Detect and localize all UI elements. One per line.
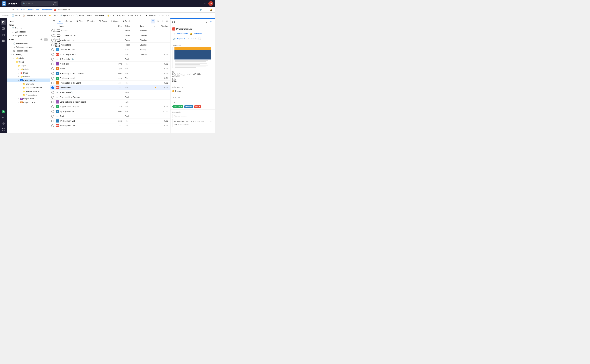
tab-filter[interactable] — [51, 19, 57, 23]
row-check[interactable] — [51, 48, 56, 51]
quick-attach-button[interactable]: 🔗 Quick attach — [59, 14, 75, 17]
row-check[interactable] — [51, 96, 56, 99]
row-check[interactable] — [51, 124, 56, 127]
table-row[interactable]: W Synergy Form S-1 .docx File C+1.00 — [50, 109, 170, 114]
tab-chats[interactable]: Chats — [109, 19, 120, 23]
download-icon[interactable]: ⬇ — [204, 8, 208, 12]
panel-id-btn[interactable]: ID — [197, 37, 201, 41]
row-check[interactable] — [51, 67, 56, 70]
table-row[interactable]: PDF Working Party List .pdf File 0.02 — [50, 124, 170, 128]
share-button[interactable]: ↗ Share ▾ — [36, 14, 47, 17]
refresh-button[interactable]: ↻ — [11, 8, 15, 12]
sidebar-item-calendar[interactable] — [1, 32, 6, 37]
edit-tags-icon[interactable]: ✏ — [177, 95, 181, 99]
tag-americas-remove[interactable]: × — [181, 105, 182, 108]
table-row[interactable]: ✓ Send materials to Apple's board Task — [50, 100, 170, 104]
table-row[interactable]: ✉ Test0 Email — [50, 114, 170, 119]
table-row[interactable]: W Working Party List .docx File 0.02 — [50, 119, 170, 124]
col-ext[interactable]: Ext. — [115, 25, 125, 27]
app-logo[interactable] — [2, 1, 6, 6]
row-check[interactable] — [51, 120, 56, 122]
table-row[interactable]: [object Object] Foqum AI Examples Folder… — [50, 33, 170, 38]
sidebar-item-admin[interactable]: › 📁 Admin — [7, 56, 50, 60]
row-check[interactable] — [51, 63, 56, 65]
append-button[interactable]: ⊕ Append — [115, 14, 126, 17]
row-check[interactable] — [51, 115, 56, 118]
table-row[interactable]: ✓ PDF Presentation .pdf File 0.01 — [50, 85, 170, 90]
sidebar-item-analytics[interactable] — [1, 114, 6, 120]
rename-button[interactable]: ✏ Rename — [94, 14, 106, 17]
add-comment-input[interactable]: Add comment... — [172, 114, 213, 118]
new-button[interactable]: + New ▾ — [1, 14, 10, 17]
tab-files[interactable]: Files — [74, 19, 85, 23]
panel-path-icon[interactable]: ↗ — [186, 37, 190, 41]
row-check[interactable] — [51, 72, 56, 75]
table-row[interactable]: ✉ IPO Materials 📎 Email — [50, 57, 170, 62]
back-button[interactable]: ← — [1, 8, 6, 12]
notification-badge[interactable]: 2 — [2, 110, 5, 113]
help-icon[interactable]: ? — [197, 1, 201, 6]
sidebar-item-personal-folder[interactable]: › ⊡ Personal folder — [7, 49, 50, 53]
row-check[interactable] — [51, 110, 56, 113]
row-check[interactable] — [51, 105, 56, 108]
col-name[interactable]: Name ↓ — [59, 25, 115, 27]
sidebar-item-client-info[interactable]: › 📁 Client info — [7, 82, 50, 86]
grid-view-button[interactable]: ⊟ — [160, 19, 165, 23]
table-row[interactable]: ✉ Project Alpha 📎 Email — [50, 90, 170, 95]
forward-button[interactable]: → — [6, 8, 10, 12]
edit-color-tag-icon[interactable]: ✏ — [181, 85, 185, 89]
tab-all[interactable]: All — [57, 19, 63, 23]
sidebar-item-drive[interactable] — [1, 20, 6, 25]
sidebar-item-apple-admin[interactable]: › 📁 Admin — [7, 67, 50, 71]
sidebar-item-grid[interactable] — [1, 127, 6, 132]
sidebar-item-foqum[interactable]: › 📁 Foqum AI Examples — [7, 86, 50, 90]
split-view-button[interactable]: ⊞ — [156, 19, 160, 23]
home-button[interactable]: ⌂ — [16, 8, 19, 12]
breadcrumb-project-alpha[interactable]: Project Alpha — [41, 9, 52, 11]
sidebar-item-project-bravo[interactable]: › PB Project Bravo — [7, 97, 50, 101]
row-check[interactable] — [51, 101, 56, 103]
sidebar-item-apple[interactable]: › 📁 Apple — [7, 64, 50, 67]
tag-americas[interactable]: Americas × — [172, 105, 183, 108]
breadcrumb-root[interactable]: Root — [21, 9, 25, 11]
open-button[interactable]: 📂 Open ▾ — [47, 14, 59, 17]
table-row[interactable]: [object Object] Presentations Folder Sta… — [50, 43, 170, 47]
user-avatar[interactable]: JR — [208, 1, 213, 6]
row-check[interactable] — [51, 82, 56, 84]
comment-close-icon[interactable]: × — [210, 121, 212, 123]
col-object[interactable]: Object — [125, 25, 140, 27]
tag-asia-remove[interactable]: × — [199, 105, 200, 108]
compare-button[interactable]: ⇄ Compare — [158, 14, 170, 17]
folders-toggle[interactable] — [44, 38, 48, 41]
sidebar-item-hub[interactable] — [1, 121, 6, 126]
table-row[interactable]: P Presentation to the Board .pptx File 0… — [50, 81, 170, 85]
sidebar-item-root[interactable]: › ⊡ Root (/) — [7, 53, 50, 56]
sidebar-item-recent-folders[interactable]: › 🕐 Recent folders — [7, 42, 50, 46]
edit-button[interactable]: ✏ Edit — [86, 14, 94, 17]
tab-custom[interactable]: Custom — [64, 19, 74, 23]
col-type[interactable]: Type — [140, 25, 154, 27]
sidebar-item-project-alpha[interactable]: › PA Project Alpha — [7, 78, 50, 82]
table-row[interactable]: N Call with Tim Cook Note Meeting — [50, 47, 170, 52]
sidebar-item-demo[interactable]: › D Demo — [7, 71, 50, 75]
panel-share-icon[interactable]: ⊕ — [204, 20, 208, 24]
sidebar-item-quick-access[interactable]: ☆ Quick access — [7, 30, 50, 34]
row-check[interactable] — [51, 53, 56, 56]
sidebar-item-tasks[interactable] — [1, 38, 6, 44]
tab-notes[interactable]: Notes — [85, 19, 97, 23]
panel-subscribe-icon[interactable]: 🔔 — [189, 32, 193, 36]
sidebar-item-investor-materials[interactable]: › 📁 Investor materials — [7, 90, 50, 93]
row-check[interactable]: ✓ — [51, 86, 56, 89]
table-row[interactable]: X Support Excel - Megan .xlsx File 0.01 — [50, 104, 170, 109]
table-row[interactable]: [object Object] Investor materials Folde… — [50, 38, 170, 43]
tag-europe[interactable]: Europe × — [184, 105, 193, 108]
breadcrumb-clients[interactable]: Clients — [27, 9, 33, 11]
sidebar-item-project-charlie[interactable]: › PC Project Charlie — [7, 101, 50, 104]
table-row[interactable]: W Preliminary model comments .docx File … — [50, 71, 170, 76]
table-view-button[interactable]: ⊞ — [165, 19, 169, 23]
table-row[interactable]: ♪ Kickoff call .m4a File 0.01 — [50, 62, 170, 66]
col-version[interactable]: Version — [157, 25, 169, 27]
download-button[interactable]: ⬇ Download — [145, 14, 157, 17]
panel-hyperlink-icon[interactable]: 🔗 — [172, 37, 176, 41]
row-check[interactable] — [51, 58, 56, 61]
